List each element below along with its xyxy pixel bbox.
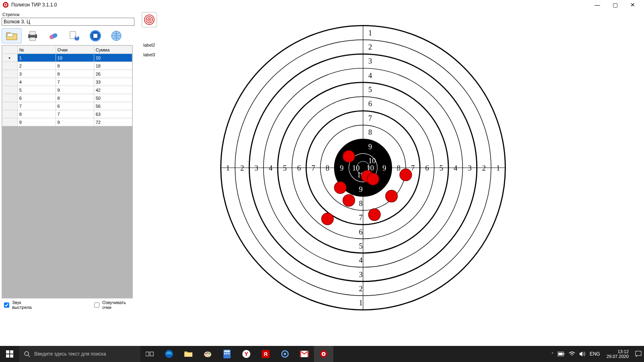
svg-point-97 — [284, 353, 286, 355]
titlebar: Полигон ТИР 3.1.1.0 — ▢ ✕ — [0, 0, 644, 10]
svg-rect-10 — [76, 36, 78, 37]
taskview-icon — [146, 351, 154, 357]
clock-date: 29.07.2020 — [607, 354, 629, 359]
target-type-button[interactable] — [142, 12, 157, 27]
shot-sound-checkbox[interactable]: Звук выстрела — [2, 300, 40, 310]
svg-text:3: 3 — [368, 57, 372, 65]
col-points[interactable]: Очки — [56, 46, 94, 54]
table-row[interactable]: 7656 — [2, 102, 132, 110]
yandex2-button[interactable]: Я — [256, 346, 275, 362]
svg-text:6: 6 — [425, 164, 429, 172]
voice-score-input[interactable] — [94, 302, 99, 308]
target-svg: 1111222233334444555566667777888899991010… — [213, 13, 513, 323]
cell-sum: 72 — [94, 118, 132, 126]
start-button[interactable] — [0, 346, 19, 362]
cell-pts: 6 — [56, 102, 94, 110]
notifications-icon[interactable] — [635, 351, 642, 357]
svg-point-2 — [5, 4, 6, 6]
gmail-icon — [300, 351, 309, 357]
table-row[interactable]: 2818 — [2, 62, 132, 70]
cell-sum: 56 — [94, 102, 132, 110]
table-row[interactable]: 3826 — [2, 70, 132, 78]
close-button[interactable]: ✕ — [624, 0, 642, 10]
taskbar: Введите здесь текст для поиска Y Я ˄ ENG… — [0, 346, 644, 362]
task-items: Y Я — [140, 346, 333, 362]
cell-pts: 8 — [56, 62, 94, 70]
settings-task-button[interactable] — [275, 346, 295, 362]
table-row[interactable]: 5942 — [2, 86, 132, 94]
svg-text:1: 1 — [368, 29, 372, 37]
svg-text:4: 4 — [454, 164, 457, 172]
svg-text:Я: Я — [264, 351, 267, 357]
gmail-button[interactable] — [295, 346, 314, 362]
svg-rect-76 — [10, 354, 13, 358]
col-sum[interactable]: Сумма — [94, 46, 132, 54]
erase-button[interactable] — [43, 28, 64, 43]
language-indicator[interactable]: ENG — [590, 351, 600, 357]
edge-icon — [165, 350, 173, 358]
table-row[interactable]: 4733 — [2, 78, 132, 86]
row-indicator — [2, 62, 18, 70]
shots-table[interactable]: № Очки Сумма ▸11010281838264733594268507… — [2, 45, 133, 298]
cell-sum: 50 — [94, 94, 132, 102]
app-task-button[interactable] — [314, 346, 333, 362]
table-header-row: № Очки Сумма — [2, 46, 132, 54]
tray-chevron-icon[interactable]: ˄ — [551, 352, 553, 356]
svg-rect-103 — [564, 353, 564, 355]
cell-pts: 8 — [56, 94, 94, 102]
open-button[interactable] — [2, 28, 22, 43]
table-row[interactable]: 6850 — [2, 94, 132, 102]
voice-score-label: Озвучивать очки — [102, 300, 134, 310]
explorer-button[interactable] — [179, 346, 198, 362]
svg-text:5: 5 — [368, 85, 372, 94]
svg-rect-105 — [636, 351, 641, 356]
table-row[interactable]: ▸11010 — [2, 54, 132, 62]
print-button[interactable] — [23, 28, 43, 43]
wifi-icon[interactable] — [569, 352, 575, 356]
svg-rect-90 — [226, 353, 227, 354]
minimize-button[interactable]: — — [588, 0, 606, 10]
cell-pts: 8 — [56, 70, 94, 78]
svg-text:3: 3 — [468, 164, 471, 172]
search-box[interactable]: Введите здесь текст для поиска — [19, 346, 140, 362]
globe-button[interactable] — [106, 28, 126, 43]
volume-icon[interactable] — [579, 351, 586, 357]
yandex-button[interactable]: Y — [237, 346, 256, 362]
stop-icon — [89, 29, 102, 42]
col-number[interactable]: № — [17, 46, 56, 54]
svg-line-78 — [28, 355, 30, 357]
calc-button[interactable] — [217, 346, 237, 362]
svg-text:6: 6 — [359, 228, 363, 236]
task-view-button[interactable] — [140, 346, 159, 362]
svg-text:3: 3 — [254, 164, 258, 172]
svg-text:4: 4 — [359, 256, 363, 264]
cell-n: 8 — [17, 110, 56, 118]
cell-n: 2 — [17, 62, 56, 70]
table-row[interactable]: 9972 — [2, 118, 132, 126]
settings-button[interactable] — [64, 28, 85, 43]
svg-text:6: 6 — [297, 164, 301, 172]
maximize-button[interactable]: ▢ — [606, 0, 624, 10]
table-row[interactable]: 8763 — [2, 110, 132, 118]
cell-pts: 9 — [56, 118, 94, 126]
shot-marker — [334, 182, 347, 194]
svg-text:8: 8 — [368, 128, 372, 136]
edge-button[interactable] — [159, 346, 179, 362]
shot-sound-input[interactable] — [4, 302, 9, 308]
label2: label2 — [143, 43, 155, 47]
paint-button[interactable] — [198, 346, 217, 362]
battery-icon[interactable] — [557, 352, 565, 356]
svg-point-85 — [207, 352, 208, 354]
paint-icon — [203, 350, 212, 358]
svg-rect-4 — [30, 31, 35, 35]
svg-text:3: 3 — [359, 270, 363, 279]
svg-rect-82 — [184, 353, 192, 357]
stop-button[interactable] — [85, 28, 105, 43]
globe-icon — [110, 29, 123, 42]
svg-rect-79 — [146, 352, 149, 356]
clock[interactable]: 13:12 29.07.2020 — [604, 349, 631, 359]
voice-score-checkbox[interactable]: Озвучивать очки — [93, 300, 134, 310]
app-window: Полигон ТИР 3.1.1.0 — ▢ ✕ Стрелок — [0, 0, 644, 362]
shooter-input[interactable] — [2, 18, 134, 26]
shooter-label: Стрелок — [2, 12, 135, 17]
